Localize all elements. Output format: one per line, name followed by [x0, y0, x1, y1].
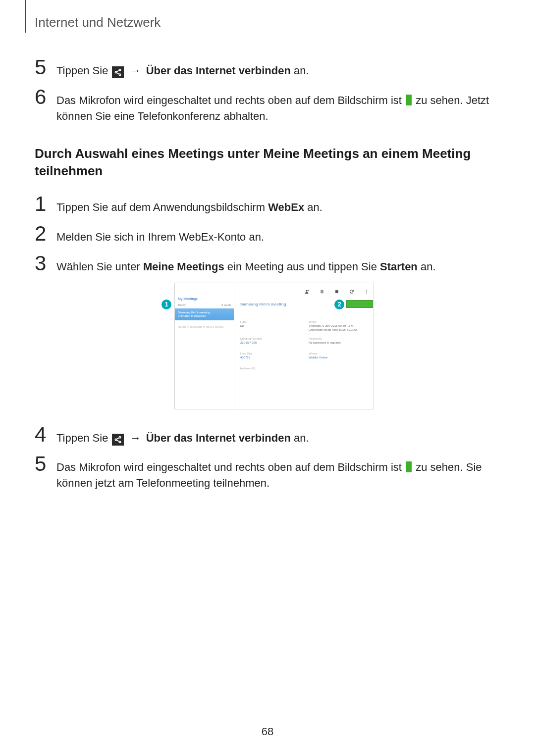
svg-point-1: [115, 71, 117, 73]
step-3: 3 Wählen Sie unter Meine Meetings ein Me…: [35, 253, 500, 275]
svg-line-3: [117, 70, 119, 72]
step-text-bold: Meine Meetings: [143, 260, 224, 273]
step-6-top: 6 Das Mikrofon wird eingeschaltet und re…: [35, 87, 500, 124]
step-number: 4: [35, 424, 56, 445]
where-label: Where: [309, 352, 327, 355]
webex-screenshot: 2 My Meetings Today 2 week: [174, 283, 374, 409]
subsection-heading: Durch Auswahl eines Meetings unter Meine…: [35, 145, 500, 180]
password-value: No password is required.: [309, 341, 341, 345]
host-key-label: Host Key: [240, 352, 252, 355]
step-text-bold: Über das Internet verbinden: [146, 64, 291, 77]
no-more-meetings-text: No more meetings in next 2 weeks.: [175, 320, 234, 333]
share-icon: [112, 66, 124, 78]
step-text: Melden Sie sich in Ihrem WebEx-Konto an.: [56, 226, 500, 245]
invitees-label: Invitees (0): [240, 366, 255, 370]
svg-line-15: [117, 438, 119, 439]
where-value: WebEx Online: [309, 355, 327, 359]
svg-line-16: [117, 440, 119, 441]
step-text: an.: [304, 201, 322, 213]
mic-icon: [406, 95, 412, 105]
host-label: Host: [240, 320, 246, 324]
page-number: 68: [0, 725, 535, 738]
host-value: Me: [240, 324, 246, 328]
svg-point-13: [115, 439, 117, 440]
step-text: Das Mikrofon wird eingeschaltet und rech…: [56, 94, 405, 106]
step-number: 6: [35, 87, 56, 107]
step-text: Tippen Sie: [56, 64, 111, 77]
step-number: 2: [35, 223, 56, 244]
meeting-title: Samsung Kim's meeting: [240, 302, 286, 306]
step-text: Das Mikrofon wird eingeschaltet und rech…: [56, 461, 405, 473]
step-5-bottom: 5 Das Mikrofon wird eingeschaltet und re…: [35, 454, 500, 491]
when-value-1: Thursday, 9 July 2015 09:40 | 1 hr: [309, 324, 357, 328]
step-text: ein Meeting aus und tippen Sie: [224, 260, 380, 273]
svg-point-0: [119, 69, 121, 71]
when-label: When: [309, 320, 357, 324]
arrow: →: [130, 64, 144, 77]
step-text-bold: Über das Internet verbinden: [146, 432, 291, 444]
filter-today: Today: [178, 303, 186, 306]
step-text: an.: [294, 432, 309, 444]
margin-rule-line: [25, 0, 26, 33]
arrow: →: [130, 432, 144, 444]
svg-point-12: [119, 436, 121, 438]
host-key-value: 400719: [240, 355, 252, 359]
step-number: 1: [35, 194, 56, 214]
callout-1: 1: [161, 300, 171, 309]
join-button: [346, 300, 374, 308]
step-number: 5: [35, 57, 56, 78]
step-text-bold: WebEx: [268, 201, 304, 213]
step-text: Tippen Sie: [56, 432, 111, 444]
step-text: an.: [418, 260, 436, 273]
step-number: 5: [35, 454, 56, 474]
selected-meeting-row: Samsung Kim's meeting 9:40 am | In progr…: [175, 308, 234, 320]
step-number: 3: [35, 253, 56, 274]
step-5-top: 5 Tippen Sie → Über das Internet verbind…: [35, 57, 500, 79]
step-4-bottom: 4 Tippen Sie → Über das Internet verbind…: [35, 424, 500, 446]
filter-range: 2 week: [221, 303, 231, 306]
svg-point-2: [119, 74, 121, 75]
step-text-bold: Starten: [380, 260, 418, 273]
my-meetings-header: My Meetings: [175, 296, 234, 303]
step-text: an.: [294, 64, 309, 77]
meeting-number-label: Meeting Number: [240, 337, 262, 341]
svg-line-4: [117, 73, 119, 74]
step-1: 1 Tippen Sie auf dem Anwendungsbildschir…: [35, 194, 500, 215]
step-text: Wählen Sie unter: [56, 260, 143, 273]
meeting-number-value: 220 567 026: [240, 341, 262, 345]
share-icon: [112, 434, 124, 446]
running-header: Internet und Netzwerk: [35, 15, 500, 30]
svg-point-14: [119, 441, 121, 443]
step-text: Tippen Sie auf dem Anwendungsbildschirm: [56, 201, 268, 213]
password-label: Password: [309, 337, 341, 341]
when-value-2: Greenwich Mean Time (GMT+01:00): [309, 328, 357, 332]
step-2: 2 Melden Sie sich in Ihrem WebEx-Konto a…: [35, 223, 500, 245]
mic-icon: [406, 461, 412, 472]
